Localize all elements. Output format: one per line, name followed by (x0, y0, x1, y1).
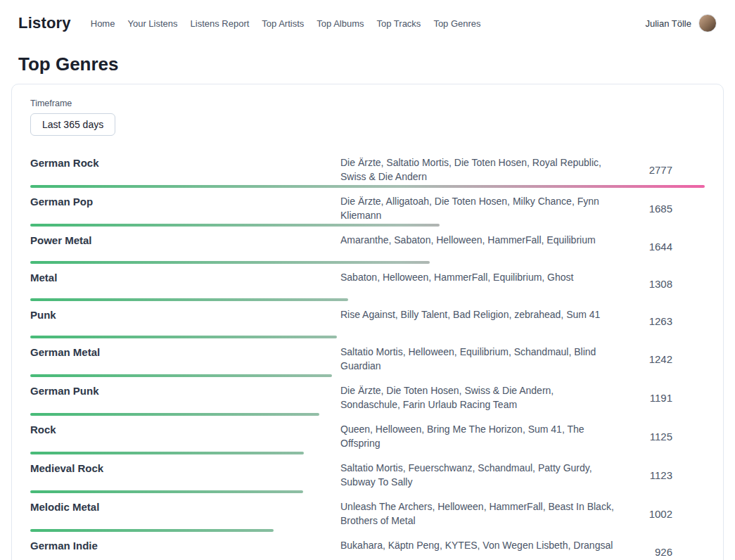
genre-artists: Die Ärzte, Saltatio Mortis, Die Toten Ho… (340, 155, 634, 184)
genre-count: 1242 (634, 353, 705, 365)
genre-row: German Indie Bukahara, Käptn Peng, KYTES… (30, 534, 705, 560)
genre-name: German Indie (30, 538, 340, 552)
genre-count: 926 (634, 546, 705, 558)
genre-name: German Metal (30, 345, 340, 358)
genre-row: Punk Rise Against, Billy Talent, Bad Rel… (30, 303, 705, 341)
genre-name: Medieval Rock (30, 461, 340, 474)
genre-artists: Queen, Helloween, Bring Me The Horizon, … (340, 422, 634, 450)
page-title: Top Genres (0, 53, 735, 75)
genre-artists: Unleash The Archers, Helloween, HammerFa… (340, 499, 634, 528)
genre-progress-bar (30, 261, 430, 264)
genre-row: Metal Sabaton, Helloween, HammerFall, Eq… (30, 266, 705, 303)
genre-name: Rock (30, 422, 340, 435)
nav-item-top-genres[interactable]: Top Genres (433, 18, 480, 29)
genre-count: 1644 (634, 241, 705, 253)
user-avatar[interactable] (698, 14, 717, 32)
genre-count: 1191 (634, 392, 705, 404)
genre-row: Medieval Rock Saltatio Mortis, Feuerschw… (30, 457, 705, 495)
genre-name: Punk (30, 307, 340, 321)
top-genres-card: Timeframe Last 365 days German Rock Die … (11, 84, 724, 560)
user-area: Julian Tölle (645, 14, 717, 32)
genre-artists: Sabaton, Helloween, HammerFall, Equilibr… (340, 270, 634, 284)
nav-item-listens-report[interactable]: Listens Report (191, 18, 250, 29)
genre-progress-bar (30, 452, 304, 454)
app-logo[interactable]: Listory (18, 14, 71, 32)
genre-name: Metal (30, 270, 340, 284)
genre-artists: Saltatio Mortis, Helloween, Equilibrium,… (340, 345, 634, 373)
genre-name: German Pop (30, 194, 340, 208)
genre-progress-bar (30, 374, 332, 377)
user-name[interactable]: Julian Tölle (645, 18, 691, 29)
genre-count: 2777 (634, 164, 705, 176)
genre-count: 1123 (634, 469, 705, 481)
nav-item-top-tracks[interactable]: Top Tracks (377, 18, 421, 29)
nav-item-your-listens[interactable]: Your Listens (127, 18, 177, 29)
timeframe-select[interactable]: Last 365 days (30, 113, 115, 136)
genre-artists: Die Ärzte, Alligatoah, Die Toten Hosen, … (340, 194, 634, 222)
genre-artists: Amaranthe, Sabaton, Helloween, HammerFal… (340, 233, 634, 247)
genre-progress-bar (30, 298, 348, 301)
genre-progress-bar (30, 336, 337, 338)
genre-row: German Punk Die Ärzte, Die Toten Hosen, … (30, 379, 705, 418)
genre-row: German Rock Die Ärzte, Saltatio Mortis, … (30, 151, 705, 190)
genre-count: 1308 (634, 278, 705, 290)
genre-row: Melodic Metal Unleash The Archers, Hello… (30, 495, 705, 534)
genre-progress-bar (30, 185, 705, 188)
genre-name: German Punk (30, 383, 340, 397)
genre-count: 1685 (634, 203, 705, 215)
genre-name: Power Metal (30, 233, 340, 246)
genre-artists: Bukahara, Käptn Peng, KYTES, Von Wegen L… (340, 538, 634, 552)
genre-row: Rock Queen, Helloween, Bring Me The Hori… (30, 418, 705, 457)
nav-links: HomeYour ListensListens ReportTop Artist… (91, 18, 481, 29)
genre-name: German Rock (30, 155, 340, 169)
genre-artists: Saltatio Mortis, Feuerschwanz, Schandmau… (340, 461, 634, 489)
genre-count: 1002 (634, 508, 705, 520)
genre-progress-bar (30, 490, 303, 493)
top-nav: Listory HomeYour ListensListens ReportTo… (0, 0, 735, 46)
nav-item-top-artists[interactable]: Top Artists (262, 18, 304, 29)
genre-artists: Rise Against, Billy Talent, Bad Religion… (340, 307, 634, 322)
genre-row: German Pop Die Ärzte, Alligatoah, Die To… (30, 190, 705, 229)
genre-row: Power Metal Amaranthe, Sabaton, Hellowee… (30, 229, 705, 266)
genre-rows: German Rock Die Ärzte, Saltatio Mortis, … (30, 151, 705, 560)
genre-count: 1125 (634, 431, 705, 443)
genre-progress-bar (30, 224, 440, 227)
genre-progress-bar (30, 413, 319, 416)
nav-item-top-albums[interactable]: Top Albums (317, 18, 364, 29)
genre-count: 1263 (634, 315, 705, 327)
genre-name: Melodic Metal (30, 499, 340, 513)
genre-row: German Metal Saltatio Mortis, Helloween,… (30, 341, 705, 379)
genre-progress-bar (30, 529, 274, 532)
timeframe-label: Timeframe (30, 98, 705, 108)
nav-item-home[interactable]: Home (91, 18, 115, 29)
genre-artists: Die Ärzte, Die Toten Hosen, Swiss & Die … (340, 383, 634, 412)
